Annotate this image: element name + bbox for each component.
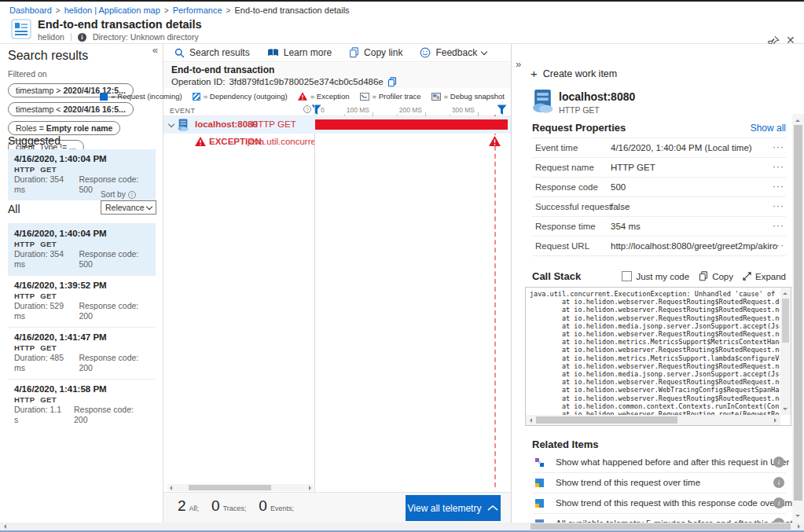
tick-label: 200 MS: [391, 106, 422, 114]
property-value: HTTP GET: [611, 163, 655, 172]
transaction-header: End-to-end transaction Operation ID: 3fd…: [163, 63, 511, 88]
suggested-heading: Suggested: [8, 134, 61, 147]
exception-time-line: [494, 115, 496, 487]
scroll-right-icon[interactable]: [798, 524, 802, 529]
property-row: Response time 354 ms ···: [532, 217, 786, 237]
result-item[interactable]: 4/16/2020, 1:41:58 PM HTTP GET Duration:…: [8, 379, 156, 431]
timeline-legend: = Request (incoming) = Dependency (outgo…: [163, 88, 511, 105]
property-label: Request URL: [535, 241, 589, 251]
scroll-up-icon[interactable]: [795, 117, 800, 122]
filter-pill[interactable]: Roles = Empty role name: [8, 121, 120, 135]
related-item[interactable]: All available telemetry 5 minutes before…: [532, 514, 786, 523]
copy-link-button[interactable]: Copy link: [349, 47, 402, 58]
subtitle-divider: [71, 33, 72, 41]
info-icon[interactable]: i: [773, 457, 784, 468]
sort-dropdown[interactable]: Relevance: [101, 200, 156, 215]
scroll-left-icon[interactable]: [167, 486, 172, 490]
sort-by-label: Sort byi: [101, 190, 136, 199]
range-end-funnel-icon[interactable]: [497, 105, 507, 116]
checkbox-icon[interactable]: [622, 271, 632, 281]
search-results-button[interactable]: Search results: [174, 47, 250, 58]
more-options-button[interactable]: ···: [773, 161, 784, 172]
breadcrumb-separator: >: [226, 6, 231, 15]
collapse-panel-icon[interactable]: «: [152, 44, 158, 56]
copy-stack-button[interactable]: Copy: [699, 271, 733, 281]
more-options-button[interactable]: ···: [773, 181, 784, 192]
exception-marker-icon[interactable]: [489, 136, 501, 146]
page-subtitle: helidon i Directory: Unknown directory: [38, 32, 199, 42]
timeline-row-exception[interactable]: EXCEPTION java.util.concurrent.Ex: [163, 134, 511, 151]
chevron-down-icon[interactable]: [168, 121, 174, 127]
view-all-telemetry-button[interactable]: View all telemetry: [406, 495, 501, 521]
help-icon[interactable]: ?: [303, 105, 311, 113]
event-column-scrollbar[interactable]: [167, 484, 314, 491]
learn-more-button[interactable]: Learn more: [267, 47, 332, 58]
more-options-button[interactable]: ···: [773, 240, 784, 251]
timeline-row-request[interactable]: localhost:8080 HTTP GET: [163, 116, 511, 134]
telemetry-counts: 2 All; 0 Traces; 0 Events;: [178, 497, 294, 515]
user-flows-icon: [535, 458, 545, 468]
stack-frame-line: at io.helidon.webserver.RequestRouting$R…: [530, 346, 780, 354]
copy-operation-id-icon[interactable]: [387, 77, 397, 87]
expand-stack-button[interactable]: Expand: [743, 272, 786, 281]
breadcrumb-link[interactable]: helidon | Application map: [64, 6, 160, 15]
scrollbar-thumb[interactable]: [782, 299, 789, 343]
scrollbar-thumb[interactable]: [189, 485, 271, 490]
filter-pill[interactable]: timestamp < 2020/4/16 16:5...: [8, 102, 134, 116]
result-method: HTTP GET: [14, 291, 149, 301]
scroll-right-icon[interactable]: [309, 486, 314, 490]
property-row: Request URL http://localhost:8080/greet/…: [532, 237, 786, 256]
all-heading: All: [8, 203, 20, 215]
scrollbar-thumb[interactable]: [794, 125, 802, 501]
request-duration-bar[interactable]: [315, 119, 508, 130]
tick-label: 300 MS: [443, 106, 475, 114]
result-item[interactable]: 4/16/2020, 1:39:52 PM HTTP GET Duration:…: [8, 275, 156, 327]
details-panel: » + Create work item localhost:8080 HTTP…: [512, 44, 804, 523]
info-icon[interactable]: i: [773, 497, 784, 508]
stack-frame-line: at io.helidon.media.jsonp.server.JsonSup…: [530, 322, 780, 330]
feedback-button[interactable]: Feedback: [420, 47, 486, 58]
profiler-swatch-icon: [360, 93, 369, 101]
breadcrumb-item: helidon | Application map >: [64, 6, 169, 15]
stack-vertical-scrollbar[interactable]: [780, 288, 791, 415]
scrollbar-thumb[interactable]: [530, 523, 791, 530]
create-work-item-button[interactable]: + Create work item: [530, 68, 617, 79]
scroll-down-icon[interactable]: [783, 408, 787, 413]
request-swatch-icon: [100, 93, 108, 101]
scroll-right-icon[interactable]: [774, 418, 779, 423]
result-item[interactable]: 4/16/2020, 1:41:47 PM HTTP GET Duration:…: [8, 327, 156, 379]
result-item[interactable]: 4/16/2020, 1:40:04 PM HTTP GET Duration:…: [8, 223, 156, 275]
call-stack-text: java.util.concurrent.ExecutionException:…: [530, 290, 780, 415]
scroll-left-icon[interactable]: [2, 524, 6, 529]
related-item[interactable]: Show what happened before and after this…: [532, 453, 786, 473]
show-all-link[interactable]: Show all: [512, 123, 786, 134]
tick-label: 0: [321, 106, 332, 114]
result-method: HTTP GET: [14, 394, 149, 405]
more-options-button[interactable]: ···: [773, 141, 784, 152]
result-timestamp: 4/16/2020, 1:39:52 PM: [14, 280, 149, 291]
scroll-up-icon[interactable]: [783, 290, 787, 295]
app-window: Dashboard > helidon | Application map > …: [0, 0, 804, 532]
more-options-button[interactable]: ···: [773, 220, 784, 231]
property-row: Successful request false ···: [532, 197, 786, 217]
just-my-code-checkbox[interactable]: Just my code: [622, 271, 689, 281]
breadcrumb-link[interactable]: Dashboard: [9, 6, 52, 15]
call-stack-viewer: java.util.concurrent.ExecutionException:…: [525, 287, 791, 426]
plus-icon: +: [530, 69, 538, 79]
breadcrumb-link[interactable]: Performance: [173, 6, 222, 15]
related-item[interactable]: Show trend of this request with this res…: [532, 493, 786, 514]
scrollbar-thumb[interactable]: [536, 416, 677, 424]
breadcrumb-link[interactable]: End-to-end transaction details: [234, 6, 349, 15]
result-meta: Duration: 485 msResponse code: 200: [14, 353, 149, 373]
stack-horizontal-scrollbar[interactable]: [526, 415, 780, 425]
scroll-down-icon[interactable]: [795, 515, 800, 519]
related-item[interactable]: Show trend of this request over time i: [532, 473, 786, 493]
details-panel-scrollbar[interactable]: [792, 114, 804, 523]
book-icon: [267, 48, 279, 57]
scroll-left-icon[interactable]: [527, 418, 532, 423]
property-label: Event time: [535, 143, 578, 152]
page-horizontal-scrollbar[interactable]: [0, 523, 804, 530]
more-options-button[interactable]: ···: [773, 200, 784, 211]
expand-panel-icon[interactable]: »: [516, 58, 521, 70]
info-icon[interactable]: i: [773, 477, 784, 488]
